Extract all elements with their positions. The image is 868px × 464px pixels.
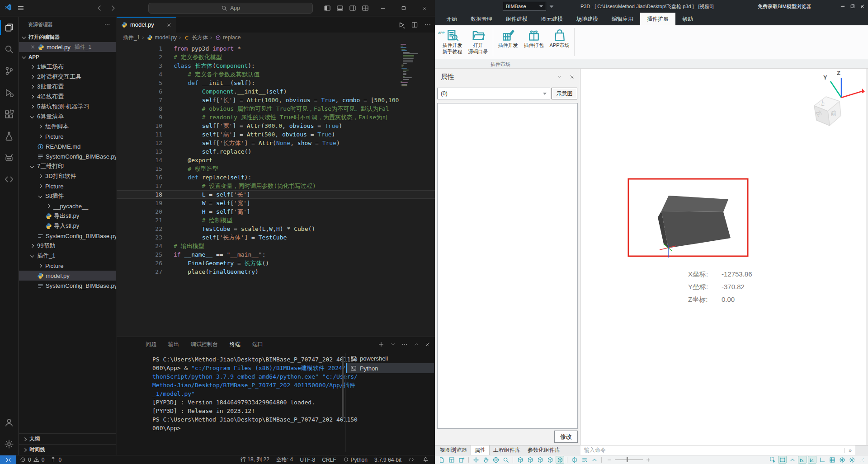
zoom-handle[interactable] — [627, 457, 628, 462]
activity-bar-item[interactable] — [0, 17, 18, 38]
viewport-3d[interactable]: Z Y 上 前 左 — [580, 69, 868, 445]
zoom-in-icon[interactable] — [646, 458, 651, 462]
workspace-section[interactable]: APP — [19, 52, 116, 62]
breadcrumb-item[interactable]: › model.py — [141, 34, 177, 41]
draw-tool[interactable] — [818, 456, 826, 464]
tree-item[interactable]: model.py — [19, 271, 116, 281]
view-tool[interactable] — [516, 456, 524, 464]
model-selection[interactable] — [627, 178, 749, 258]
toolbar-button[interactable]: 插件打包 — [521, 25, 547, 59]
breadcrumb-item[interactable]: › replace — [209, 34, 241, 41]
back-icon[interactable] — [96, 5, 103, 12]
view-tool[interactable] — [601, 457, 602, 463]
view-tool[interactable] — [580, 456, 589, 464]
statusbar-item[interactable] — [423, 457, 430, 463]
statusbar-item[interactable]: CRLF — [322, 457, 336, 463]
tree-item[interactable]: 5基坑预测-机器学习 — [19, 102, 116, 112]
draw-tool[interactable] — [808, 456, 816, 464]
panel-tab[interactable]: 端口 — [252, 337, 263, 352]
tree-item[interactable]: 3D打印软件 — [19, 171, 116, 181]
cube-face-front[interactable]: 前 — [830, 109, 837, 117]
tree-item[interactable]: 7三维打印 — [19, 161, 116, 171]
toolbar-options-icon[interactable] — [549, 4, 554, 9]
tree-item[interactable]: 插件_1 — [19, 251, 116, 261]
tree-item[interactable]: 导入stl.py — [19, 221, 116, 231]
terminal-output[interactable]: PS C:\Users\Method-Jiao\Desktop\BIMBase_… — [152, 355, 340, 453]
view-tool[interactable] — [567, 457, 567, 463]
ribbon-tab[interactable]: 开始 — [439, 13, 464, 25]
new-terminal-icon[interactable] — [378, 341, 384, 347]
zoom-out-icon[interactable] — [607, 458, 612, 462]
chevron-down-icon[interactable] — [391, 342, 395, 347]
statusbar-item[interactable]: 3.7.9 64-bit — [374, 457, 401, 463]
draw-tool[interactable] — [858, 456, 866, 464]
statusbar-item[interactable]: 空格: 4 — [276, 456, 293, 464]
activity-bar-item[interactable] — [0, 103, 18, 125]
activity-bar-item[interactable] — [0, 433, 18, 455]
ribbon-tab[interactable]: 数据管理 — [464, 13, 499, 25]
activity-bar-item[interactable] — [0, 82, 18, 103]
run-button[interactable] — [398, 21, 405, 28]
toggle-sidebar-icon[interactable] — [324, 5, 331, 12]
selection-dropdown[interactable]: (0) — [437, 88, 550, 99]
navigation-cube[interactable]: Z Y 上 前 左 — [805, 70, 865, 133]
ribbon-tab[interactable]: 编辑应用 — [605, 13, 640, 25]
close-button[interactable] — [414, 0, 435, 16]
panel-tab[interactable]: 终端 — [230, 337, 241, 352]
tree-item[interactable]: Picture — [19, 181, 116, 191]
terminal-list-item[interactable]: Python — [346, 363, 434, 373]
tree-item[interactable]: 1施工场布 — [19, 62, 116, 72]
tree-item[interactable]: 导出stl.py — [19, 211, 116, 221]
tree-item[interactable]: 2对话框交互工具 — [19, 72, 116, 82]
view-tool[interactable] — [526, 456, 534, 464]
draw-tool[interactable] — [838, 456, 846, 464]
activity-bar-item[interactable] — [0, 169, 18, 190]
toolbar-button[interactable] — [574, 28, 575, 56]
tree-item[interactable]: Picture — [19, 131, 116, 141]
view-tool[interactable] — [447, 456, 456, 464]
restore-doc-icon[interactable] — [850, 4, 855, 8]
tree-item[interactable]: __pycache__ — [19, 201, 116, 211]
collapsed-section[interactable]: 时间线 — [19, 444, 116, 455]
workspace-switcher[interactable]: BIMBase — [503, 2, 546, 11]
tree-item[interactable]: 4沿线布置 — [19, 92, 116, 102]
minimize-doc-icon[interactable] — [841, 4, 845, 8]
maximize-button[interactable] — [393, 0, 414, 16]
customize-layout-icon[interactable] — [362, 5, 369, 12]
panel-switcher-tab[interactable]: 属性 — [471, 445, 490, 455]
editor-tab[interactable]: model.py — [117, 17, 176, 33]
close-icon[interactable] — [30, 44, 35, 50]
code-editor[interactable]: 1 from pyp3d import * 2 # 定义参数化模型 3 clas… — [117, 42, 435, 337]
minimap[interactable] — [401, 44, 429, 87]
ribbon-tab[interactable]: 组件建模 — [499, 13, 534, 25]
view-tool[interactable] — [491, 456, 500, 464]
chevron-down-icon[interactable] — [557, 75, 562, 79]
draw-tool[interactable] — [778, 456, 787, 464]
tree-item[interactable]: README.md — [19, 141, 116, 151]
ribbon-tab[interactable]: 帮助 — [675, 13, 700, 25]
more-actions-icon[interactable] — [401, 341, 408, 347]
view-tool[interactable] — [457, 456, 466, 464]
activity-bar-item[interactable] — [0, 147, 18, 169]
breadcrumb-item[interactable]: › 插件_1 — [123, 34, 140, 42]
view-tool[interactable] — [501, 456, 510, 464]
activity-bar-item[interactable] — [0, 412, 18, 433]
tree-item[interactable]: Picture — [19, 261, 116, 271]
tree-item[interactable]: 组件脚本 — [19, 122, 116, 131]
ribbon-tab[interactable]: 场地建模 — [570, 13, 605, 25]
more-actions-icon[interactable] — [104, 21, 110, 28]
view-tool[interactable] — [437, 456, 446, 464]
statusbar-item[interactable] — [408, 457, 416, 463]
close-panel-icon[interactable] — [569, 74, 575, 80]
open-editors-section[interactable]: 打开的编辑器 — [19, 32, 116, 42]
menu-icon[interactable] — [17, 5, 24, 12]
toggle-secondary-sidebar-icon[interactable] — [349, 5, 356, 12]
panel-switcher-tab[interactable]: 参数化组件库 — [524, 445, 564, 455]
tree-item[interactable]: 3批量布置 — [19, 82, 116, 92]
panel-switcher-tab[interactable]: 工程组件库 — [490, 445, 524, 455]
command-input[interactable]: 输入命令 » — [580, 445, 855, 455]
breadcrumb-item[interactable]: › 长方体 — [178, 34, 208, 42]
ribbon-tab[interactable]: 图元建模 — [534, 13, 570, 25]
zoom-track[interactable] — [615, 459, 643, 460]
draw-tool[interactable] — [788, 456, 797, 464]
